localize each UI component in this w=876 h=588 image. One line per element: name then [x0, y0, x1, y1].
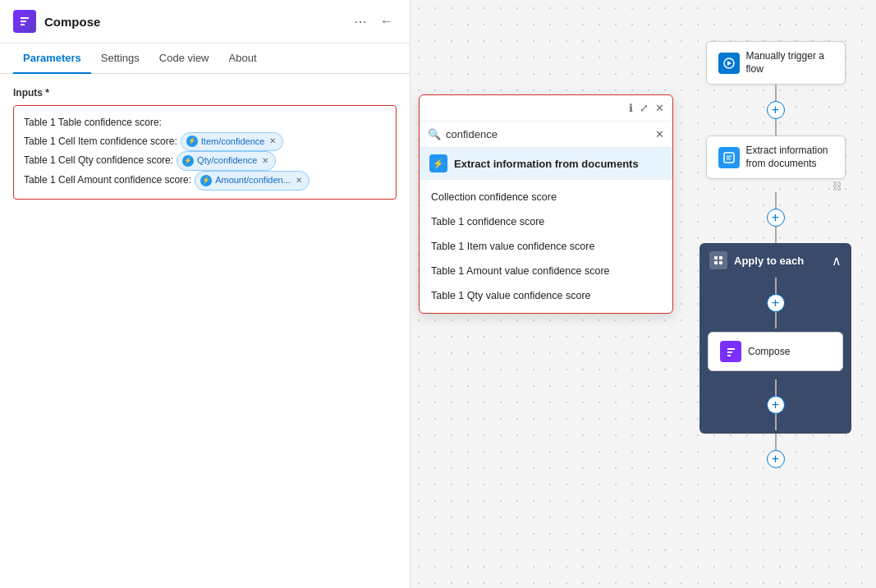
extract-icon [718, 147, 740, 168]
extract-node[interactable]: Extract information from documents [706, 136, 846, 179]
chip-label-amount: Amount/confiden... [215, 172, 291, 189]
chip-item-confidence[interactable]: ⚡ Item/confidence ✕ [181, 132, 284, 152]
search-icon: 🔍 [428, 128, 441, 140]
flow-diagram: Manually trigger a flow + Extract inform… [699, 41, 851, 468]
popup-selected-item[interactable]: ⚡ Extract information from documents [420, 148, 672, 180]
connector-line [775, 227, 777, 243]
close-icon[interactable]: ✕ [655, 102, 664, 114]
trigger-node[interactable]: Manually trigger a flow [706, 41, 846, 85]
connector-bottom: + [767, 434, 785, 468]
svg-rect-5 [719, 261, 722, 264]
input-row-2: Table 1 Cell Item confidence score: ⚡ It… [24, 132, 386, 152]
list-item[interactable]: Table 1 Item value confidence score [420, 234, 672, 259]
connector-line [775, 434, 777, 450]
connector-1: + [767, 85, 785, 136]
row4-text: Table 1 Cell Amount confidence score: [24, 172, 191, 190]
chip-icon: ⚡ [186, 136, 198, 147]
connector-line [775, 119, 777, 136]
list-item[interactable]: Table 1 Qty value confidence score [420, 283, 672, 308]
collapse-apply-button[interactable]: ∧ [832, 253, 842, 269]
inputs-box: Table 1 Table confidence score: Table 1 … [13, 105, 397, 200]
connector-2: + [767, 192, 785, 243]
chip-amount-confidence[interactable]: ⚡ Amount/confiden... ✕ [195, 171, 310, 191]
apply-to-each-node[interactable]: Apply to each ∧ + Compose [699, 243, 851, 434]
connector-line [775, 192, 777, 209]
tab-bar: Parameters Settings Code view About [0, 44, 410, 74]
add-button-2[interactable]: + [767, 209, 785, 227]
apply-node-header: Apply to each ∧ [699, 243, 851, 278]
link-icon: ⛓ [832, 181, 842, 192]
popup-panel: ℹ ⤢ ✕ 🔍 ✕ ⚡ Extract information from doc… [419, 94, 673, 314]
chip-label-qty: Qty/confidence [197, 153, 257, 169]
apply-node-title: Apply to each [709, 251, 804, 269]
collapse-button[interactable]: ← [377, 12, 397, 30]
more-button[interactable]: ⋯ [351, 12, 370, 31]
inner-connector-2: + [699, 379, 851, 430]
chip-qty-confidence[interactable]: ⚡ Qty/confidence ✕ [177, 151, 276, 171]
expand-icon[interactable]: ⤢ [640, 102, 649, 114]
info-icon[interactable]: ℹ [629, 102, 633, 114]
selected-item-label: Extract information from documents [454, 158, 639, 170]
row3-text: Table 1 Cell Qty confidence score: [24, 152, 173, 170]
chip-close-amount[interactable]: ✕ [296, 173, 302, 188]
chip-close-qty[interactable]: ✕ [262, 154, 268, 168]
chip-icon-qty: ⚡ [182, 155, 194, 167]
trigger-label: Manually trigger a flow [746, 50, 833, 76]
popup-list: Collection confidence score Table 1 conf… [420, 180, 672, 313]
svg-rect-3 [719, 256, 722, 260]
canvas: ℹ ⤢ ✕ 🔍 ✕ ⚡ Extract information from doc… [410, 0, 876, 588]
trigger-icon [718, 53, 740, 74]
compose-icon [13, 10, 36, 33]
svg-rect-4 [714, 261, 718, 264]
add-button-inner-2[interactable]: + [767, 396, 785, 414]
list-item[interactable]: Table 1 confidence score [420, 209, 672, 234]
chip-close[interactable]: ✕ [269, 134, 276, 149]
search-clear-icon[interactable]: ✕ [655, 128, 664, 140]
add-button-inner-1[interactable]: + [767, 294, 785, 312]
tab-settings[interactable]: Settings [91, 44, 149, 74]
tab-codeview[interactable]: Code view [149, 44, 219, 74]
inputs-label: Inputs * [13, 87, 397, 99]
list-item[interactable]: Collection confidence score [420, 185, 672, 209]
input-row-1: Table 1 Table confidence score: [24, 114, 386, 132]
apply-node-icon [709, 251, 727, 269]
add-button-1[interactable]: + [767, 101, 785, 119]
apply-node-label: Apply to each [734, 255, 804, 267]
compose-inner-label: Compose [748, 346, 790, 359]
extract-label: Extract information from documents [746, 145, 833, 170]
tab-parameters[interactable]: Parameters [13, 44, 91, 74]
svg-rect-2 [714, 256, 718, 260]
panel-actions: ⋯ ← [351, 12, 397, 31]
tab-about[interactable]: About [219, 44, 267, 74]
popup-search-bar: 🔍 ✕ [420, 122, 672, 148]
panel-header: Compose ⋯ ← [0, 0, 410, 44]
compose-inner-node[interactable]: Compose [708, 332, 843, 371]
input-row-3: Table 1 Cell Qty confidence score: ⚡ Qty… [24, 151, 386, 171]
row2-text: Table 1 Cell Item confidence score: [24, 133, 177, 151]
title-row: Compose [13, 10, 100, 33]
popup-header-icons: ℹ ⤢ ✕ [629, 102, 664, 114]
left-panel: Compose ⋯ ← Parameters Settings Code vie… [0, 0, 410, 588]
chip-label: Item/confidence [201, 134, 265, 150]
chip-icon-amount: ⚡ [200, 175, 212, 186]
list-item[interactable]: Table 1 Amount value confidence score [420, 259, 672, 283]
input-row-4: Table 1 Cell Amount confidence score: ⚡ … [24, 171, 386, 191]
panel-title: Compose [44, 15, 100, 29]
connector-line [775, 85, 777, 101]
search-input[interactable] [446, 128, 650, 140]
row1-text: Table 1 Table confidence score: [24, 114, 162, 132]
popup-header: ℹ ⤢ ✕ [420, 95, 672, 122]
selected-item-icon: ⚡ [429, 154, 447, 172]
add-button-bottom[interactable]: + [767, 450, 785, 468]
inner-connector-1: + [699, 278, 851, 328]
panel-content: Inputs * Table 1 Table confidence score:… [0, 74, 410, 588]
compose-inner-icon [720, 341, 741, 362]
